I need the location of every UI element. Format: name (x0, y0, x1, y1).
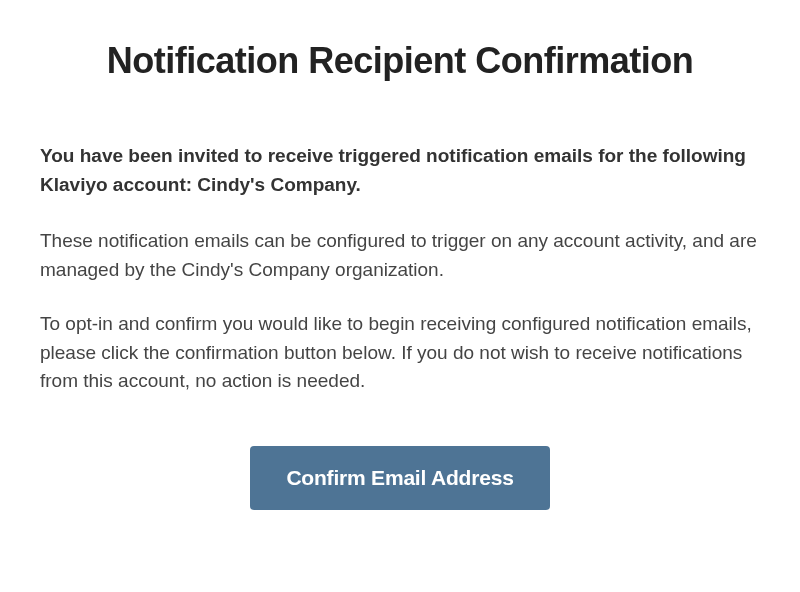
page-title: Notification Recipient Confirmation (40, 40, 760, 82)
email-container: Notification Recipient Confirmation You … (40, 40, 760, 510)
description-paragraph-1: These notification emails can be configu… (40, 227, 760, 284)
confirm-email-button[interactable]: Confirm Email Address (250, 446, 549, 510)
button-container: Confirm Email Address (40, 446, 760, 510)
intro-text: You have been invited to receive trigger… (40, 142, 760, 199)
description-paragraph-2: To opt-in and confirm you would like to … (40, 310, 760, 396)
